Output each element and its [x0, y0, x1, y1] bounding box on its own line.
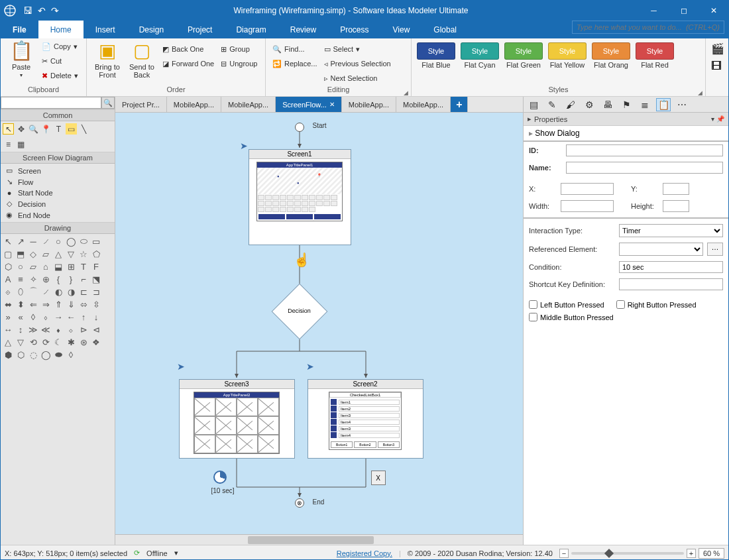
- shape-21[interactable]: ⊞: [66, 261, 76, 272]
- menu-insert[interactable]: Insert: [84, 21, 127, 38]
- zoom-out-button[interactable]: −: [559, 549, 569, 558]
- horizontal-scrollbar[interactable]: [115, 534, 523, 545]
- shape-1[interactable]: ↗: [15, 236, 26, 247]
- right-tool-brush-icon[interactable]: 🖌: [563, 98, 578, 111]
- registered-link[interactable]: Registered Copy.: [337, 549, 392, 557]
- menu-diagram[interactable]: Diagram: [224, 21, 278, 38]
- flow-arrow-icon[interactable]: ➤: [177, 361, 185, 372]
- toolbox-search-input[interactable]: [1, 97, 101, 109]
- menu-global[interactable]: Global: [421, 21, 469, 38]
- forward-one-button[interactable]: ◪ Forward One: [161, 57, 215, 70]
- group-button[interactable]: ⊞ Group: [219, 42, 258, 56]
- shape-37[interactable]: ◑: [66, 286, 76, 297]
- prop-id-input[interactable]: [566, 144, 723, 156]
- menu-view[interactable]: View: [381, 21, 422, 38]
- pin-tool[interactable]: 📍: [40, 123, 52, 135]
- flow-arrow-icon[interactable]: ➤: [306, 361, 314, 372]
- panel-screen-flow[interactable]: Screen Flow Diagram: [1, 152, 115, 164]
- shape-30[interactable]: ⌐: [78, 274, 89, 284]
- style-flat-blue[interactable]: Style: [417, 42, 455, 60]
- grid-tool[interactable]: ▦: [15, 139, 27, 150]
- prop-x-input[interactable]: [561, 183, 614, 195]
- shape-48[interactable]: »: [3, 311, 13, 322]
- shape-76[interactable]: ⬬: [53, 349, 64, 360]
- prop-interaction-select[interactable]: Timer: [619, 224, 723, 237]
- prop-shortcut-input[interactable]: [619, 278, 723, 290]
- shape-73[interactable]: ⬡: [15, 349, 26, 360]
- next-selection-button[interactable]: ▹ Next Selection: [323, 72, 392, 85]
- zoom-tool[interactable]: 🔍: [28, 123, 39, 135]
- shape-39[interactable]: ⊐: [91, 286, 101, 297]
- sf-item-decision[interactable]: ◇Decision: [2, 198, 113, 209]
- styles-launcher-icon[interactable]: ◢: [698, 89, 702, 96]
- style-flat-yellow[interactable]: Style: [548, 42, 587, 60]
- select-button[interactable]: ▭ Select ▾: [323, 42, 392, 56]
- list-tool[interactable]: ≡: [3, 139, 14, 150]
- shape-28[interactable]: {: [53, 274, 64, 284]
- doc-tab-1[interactable]: MobileApp...: [167, 97, 221, 112]
- style-flat-green[interactable]: Style: [504, 42, 543, 60]
- shape-72[interactable]: ⬢: [3, 349, 13, 360]
- shape-38[interactable]: ⊏: [78, 286, 89, 297]
- bring-to-front-button[interactable]: ▣Bring to Front: [92, 40, 123, 79]
- shape-12[interactable]: △: [53, 249, 64, 259]
- style-flat-cyan[interactable]: Style: [461, 42, 499, 60]
- shape-53[interactable]: ←: [66, 311, 76, 322]
- close-button[interactable]: ✕: [699, 1, 728, 21]
- shape-32[interactable]: ⟐: [3, 286, 13, 297]
- line-tool[interactable]: ╲: [78, 123, 89, 135]
- shape-7[interactable]: ▭: [91, 236, 101, 247]
- shape-42[interactable]: ⇐: [28, 299, 38, 309]
- prop-width-input[interactable]: [561, 200, 614, 212]
- shape-11[interactable]: ▱: [40, 249, 51, 259]
- right-tool-flag-icon[interactable]: ⚑: [619, 98, 634, 111]
- shape-60[interactable]: ⬧: [53, 324, 64, 335]
- shape-65[interactable]: ▽: [15, 337, 26, 347]
- start-node[interactable]: [295, 123, 304, 132]
- shape-56[interactable]: ↔: [3, 324, 13, 335]
- menu-project[interactable]: Project: [176, 21, 224, 38]
- shape-2[interactable]: ─: [28, 236, 38, 247]
- send-to-back-button[interactable]: ▢Send to Back: [127, 40, 157, 79]
- shape-10[interactable]: ◇: [28, 249, 38, 259]
- shape-62[interactable]: ⊳: [78, 324, 89, 335]
- right-tool-1-icon[interactable]: ▤: [526, 98, 541, 111]
- shape-22[interactable]: T: [78, 261, 89, 272]
- doc-tab-0[interactable]: Project Pr...: [115, 97, 167, 112]
- style-flat-orang[interactable]: Style: [592, 42, 630, 60]
- shape-75[interactable]: ◯: [40, 349, 51, 360]
- shape-23[interactable]: F: [91, 261, 101, 272]
- shape-4[interactable]: ○: [53, 236, 64, 247]
- end-node[interactable]: ⊗: [295, 498, 304, 508]
- shape-17[interactable]: ○: [15, 261, 26, 272]
- flow-arrow-icon[interactable]: ➤: [240, 140, 248, 151]
- shape-66[interactable]: ⟲: [28, 337, 38, 347]
- shape-20[interactable]: ⬓: [53, 261, 64, 272]
- toolbox-search-button[interactable]: 🔍: [101, 97, 115, 109]
- shape-47[interactable]: ⇳: [91, 299, 101, 309]
- shape-50[interactable]: ◊: [28, 311, 38, 322]
- shape-26[interactable]: ✧: [28, 274, 38, 284]
- shape-52[interactable]: →: [53, 311, 64, 322]
- shape-9[interactable]: ⬒: [15, 249, 26, 259]
- right-tool-print-icon[interactable]: 🖶: [600, 98, 615, 111]
- shape-29[interactable]: }: [66, 274, 76, 284]
- shape-57[interactable]: ↕: [15, 324, 26, 335]
- shape-8[interactable]: ▢: [3, 249, 13, 259]
- menu-review[interactable]: Review: [278, 21, 328, 38]
- shape-3[interactable]: ⟋: [40, 236, 51, 247]
- right-tool-gear-icon[interactable]: ⚙: [582, 98, 596, 111]
- find-button[interactable]: 🔍 Find...: [271, 42, 319, 56]
- prop-middle-button-check[interactable]: Middle Button Pressed: [529, 313, 614, 321]
- minimize-button[interactable]: ─: [639, 1, 669, 21]
- save-icon[interactable]: 🖫: [23, 5, 32, 16]
- replace-button[interactable]: 🔁 Replace...: [271, 57, 319, 70]
- sf-item-flow[interactable]: ↘Flow: [2, 176, 113, 188]
- shape-45[interactable]: ⇓: [66, 299, 76, 309]
- shape-33[interactable]: ⬯: [15, 286, 26, 297]
- shape-61[interactable]: ⬦: [66, 324, 76, 335]
- paste-button[interactable]: 📋Paste▾: [6, 40, 36, 78]
- text-tool[interactable]: T: [53, 123, 64, 135]
- shape-27[interactable]: ⊕: [40, 274, 51, 284]
- shape-5[interactable]: ◯: [66, 236, 76, 247]
